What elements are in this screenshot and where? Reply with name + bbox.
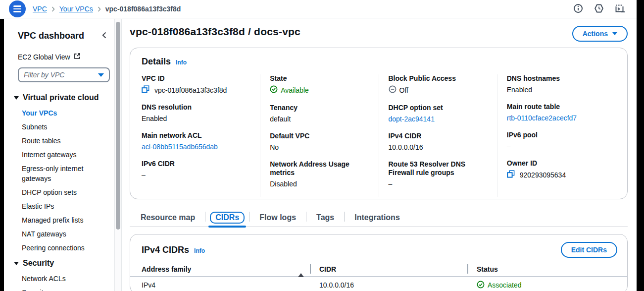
actions-button-label: Actions bbox=[583, 30, 608, 38]
external-link-icon bbox=[74, 53, 81, 61]
cell-cidr: 10.0.0.0/16 bbox=[310, 281, 467, 289]
detail-tabs: Resource map CIDRs Flow logs Tags Integr… bbox=[130, 209, 628, 227]
sidebar-collapse-button[interactable] bbox=[99, 30, 109, 42]
sort-ascending-icon bbox=[298, 265, 304, 273]
field-dns-resolution: DNS resolution Enabled bbox=[142, 103, 252, 123]
owner-id-value: 920293095634 bbox=[520, 171, 566, 179]
breadcrumb-chevron-icon bbox=[51, 6, 55, 12]
breadcrumb-vpc-link[interactable]: VPC bbox=[33, 5, 47, 13]
sidebar-item-route-tables[interactable]: Route tables bbox=[22, 136, 96, 146]
tab-tags[interactable]: Tags bbox=[306, 209, 344, 227]
column-header-address-family[interactable]: Address family bbox=[142, 262, 310, 276]
vpc-filter-input[interactable] bbox=[24, 71, 93, 79]
field-state: State Available bbox=[270, 74, 370, 95]
section-label: Security bbox=[23, 259, 54, 268]
field-ipv4-cidr: IPv4 CIDR 10.0.0.0/16 bbox=[389, 132, 489, 152]
breadcrumb-current-page: vpc-018f086a13f3c3f8d bbox=[105, 5, 181, 13]
sidebar-item-subnets[interactable]: Subnets bbox=[22, 122, 96, 132]
field-main-network-acl: Main network ACL acl-08bb5115adb656dab bbox=[142, 131, 252, 151]
ipv4-cidrs-title: IPv4 CIDRs bbox=[142, 245, 189, 255]
minus-circle-icon bbox=[389, 85, 396, 95]
field-main-route-table: Main route table rtb-0110cface2acecfd7 bbox=[507, 103, 607, 122]
sidebar-item-managed-prefix-lists[interactable]: Managed prefix lists bbox=[22, 215, 96, 225]
scrollbar-thumb[interactable] bbox=[116, 22, 120, 230]
sidebar-item-egress-only-internet-gateways[interactable]: Egress-only internet gateways bbox=[22, 164, 96, 183]
details-title: Details bbox=[142, 57, 171, 67]
top-navigation-bar: VPC Your VPCs vpc-018f086a13f3c3f8d bbox=[0, 0, 637, 18]
sidebar-item-nat-gateways[interactable]: NAT gateways bbox=[22, 229, 96, 239]
cell-address-family: IPv4 bbox=[142, 281, 310, 289]
info-button[interactable] bbox=[573, 3, 583, 15]
ipv4-cidrs-table: Address family CIDR Status IPv4 10.0.0.0… bbox=[130, 262, 627, 291]
field-ipv6-cidr: IPv6 CIDR – bbox=[142, 160, 252, 179]
main-content: vpc-018f086a13f3c3f8d / docs-vpc Actions… bbox=[122, 19, 637, 291]
main-route-table-link[interactable]: rtb-0110cface2acecfd7 bbox=[507, 114, 577, 122]
topbar-utilities bbox=[573, 3, 626, 15]
left-edge-strip bbox=[0, 19, 4, 291]
section-expand-icon bbox=[14, 262, 19, 265]
sidebar-item-peering-connections[interactable]: Peering connections bbox=[22, 243, 96, 253]
ipv4-cidrs-info-link[interactable]: Info bbox=[194, 247, 205, 254]
state-value: Available bbox=[281, 86, 309, 95]
breadcrumb-chevron-icon bbox=[98, 6, 101, 12]
field-dns-hostnames: DNS hostnames Enabled bbox=[507, 74, 607, 94]
history-hexagon-icon bbox=[594, 3, 604, 15]
check-circle-icon bbox=[270, 85, 278, 95]
edit-cidrs-button-label: Edit CIDRs bbox=[571, 246, 607, 254]
sidebar-item-security-groups[interactable]: Security groups bbox=[22, 288, 96, 291]
vpc-filter-select[interactable] bbox=[18, 67, 110, 82]
breadcrumb: VPC Your VPCs vpc-018f086a13f3c3f8d bbox=[33, 5, 181, 13]
sidebar-scrollbar[interactable] bbox=[114, 19, 122, 291]
breadcrumb-your-vpcs-link[interactable]: Your VPCs bbox=[59, 5, 93, 13]
sidebar-item-elastic-ips[interactable]: Elastic IPs bbox=[22, 201, 96, 211]
column-header-status[interactable]: Status bbox=[467, 262, 627, 276]
vpc-id-value: vpc-018f086a13f3c3f8d bbox=[154, 86, 227, 95]
chevron-down-icon bbox=[612, 32, 617, 35]
dhcp-option-set-link[interactable]: dopt-2ac94141 bbox=[389, 115, 435, 123]
field-network-address-usage-metrics: Network Address Usage metrics Disabled bbox=[270, 160, 370, 188]
sidebar: VPC dashboard EC2 Global View Virtual pr… bbox=[4, 19, 114, 291]
ec2-global-view-link[interactable]: EC2 Global View bbox=[18, 53, 109, 61]
status-badge: Associated bbox=[477, 281, 627, 290]
cloudshell-button[interactable] bbox=[615, 3, 626, 15]
table-row[interactable]: IPv4 10.0.0.0/16 Associated bbox=[130, 277, 627, 291]
field-ipv6-pool: IPv6 pool – bbox=[507, 131, 607, 151]
copy-owner-id-button[interactable] bbox=[507, 170, 515, 179]
hamburger-menu-button[interactable] bbox=[9, 0, 26, 17]
main-network-acl-link[interactable]: acl-08bb5115adb656dab bbox=[142, 143, 218, 151]
status-text: Associated bbox=[488, 281, 521, 289]
chevron-down-icon bbox=[98, 73, 104, 77]
section-label: Virtual private cloud bbox=[23, 93, 99, 102]
field-dhcp-option-set: DHCP option set dopt-2ac94141 bbox=[389, 104, 489, 123]
sidebar-item-network-acls[interactable]: Network ACLs bbox=[22, 274, 96, 284]
details-panel: Details Info VPC ID vpc-018f086a13f3c3f8… bbox=[130, 48, 628, 199]
right-edge-strip bbox=[637, 0, 644, 291]
actions-button[interactable]: Actions bbox=[572, 26, 628, 42]
field-owner-id: Owner ID 920293095634 bbox=[507, 159, 607, 179]
sidebar-item-your-vpcs[interactable]: Your VPCs bbox=[22, 108, 96, 118]
sidebar-item-dhcp-option-sets[interactable]: DHCP option sets bbox=[22, 187, 96, 197]
cloudshell-terminal-icon bbox=[615, 3, 626, 15]
hamburger-icon bbox=[13, 5, 21, 7]
details-info-link[interactable]: Info bbox=[176, 59, 187, 66]
copy-icon bbox=[507, 170, 515, 179]
copy-vpc-id-button[interactable] bbox=[142, 85, 149, 95]
sidebar-title: VPC dashboard bbox=[18, 31, 84, 41]
collapse-left-icon bbox=[102, 33, 106, 40]
field-default-vpc: Default VPC No bbox=[270, 132, 370, 152]
sidebar-item-internet-gateways[interactable]: Internet gateways bbox=[22, 150, 96, 160]
tab-integrations[interactable]: Integrations bbox=[345, 209, 410, 227]
sidebar-section-virtual-private-cloud[interactable]: Virtual private cloud bbox=[14, 93, 109, 102]
column-header-cidr[interactable]: CIDR bbox=[310, 262, 467, 276]
tab-cidrs[interactable]: CIDRs bbox=[205, 209, 249, 227]
ipv4-cidrs-panel: IPv4 CIDRs Info Edit CIDRs Address famil… bbox=[130, 234, 628, 291]
history-button[interactable] bbox=[594, 3, 604, 15]
tab-flow-logs[interactable]: Flow logs bbox=[249, 209, 306, 227]
check-circle-icon bbox=[477, 281, 485, 290]
field-tenancy: Tenancy default bbox=[270, 104, 370, 123]
sidebar-section-security[interactable]: Security bbox=[14, 259, 109, 268]
copy-icon bbox=[142, 85, 149, 95]
tab-resource-map[interactable]: Resource map bbox=[130, 209, 205, 227]
edit-cidrs-button[interactable]: Edit CIDRs bbox=[561, 242, 617, 258]
field-vpc-id: VPC ID vpc-018f086a13f3c3f8d bbox=[142, 74, 252, 95]
